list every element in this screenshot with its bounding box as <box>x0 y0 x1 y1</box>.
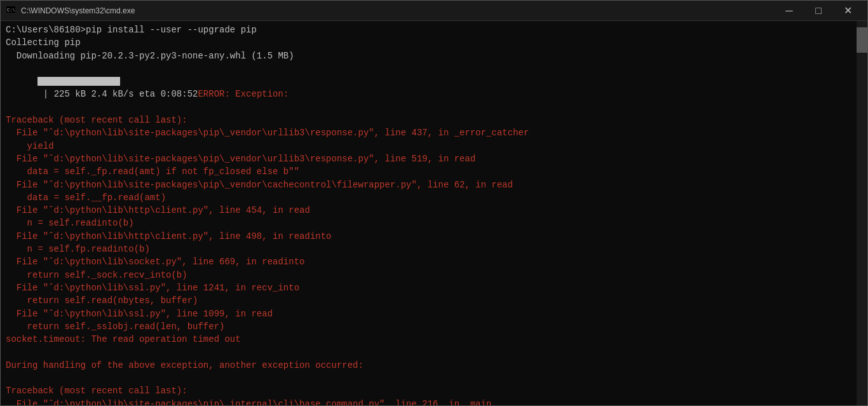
scrollbar[interactable] <box>857 21 867 405</box>
terminal-line-27: File "ˆd:\python\lib\site-packages\pip\_… <box>6 398 862 405</box>
scrollbar-thumb[interactable] <box>857 27 867 53</box>
titlebar: C:\ C:\WINDOWS\system32\cmd.exe ─ □ ✕ <box>1 1 867 21</box>
terminal-line-25 <box>6 372 862 384</box>
progress-bar <box>37 77 120 86</box>
terminal-line-19: return self.read(nbytes, buffer) <box>6 294 862 307</box>
terminal-line-2: Collecting pip <box>6 36 862 49</box>
terminal-line-7: yield <box>6 140 862 152</box>
minimize-button[interactable]: ─ <box>775 1 804 21</box>
terminal-line-5: Traceback (most recent call last): <box>6 114 862 126</box>
titlebar-controls: ─ □ ✕ <box>775 1 862 21</box>
terminal-line-22: socket.timeout: The read operation timed… <box>6 333 862 346</box>
terminal-line-21: return self._sslobj.read(len, buffer) <box>6 320 862 333</box>
terminal-line-4: | 225 kB 2.4 kB/s eta 0:08:52ERROR: Exce… <box>6 62 862 114</box>
terminal-line-23 <box>6 346 862 358</box>
terminal-line-16: File "ˆd:\python\lib\socket.py", line 66… <box>6 255 862 268</box>
close-button[interactable]: ✕ <box>833 1 862 21</box>
terminal-body: C:\Users\86180>pip install --user --upgr… <box>1 21 867 405</box>
svg-text:C:\: C:\ <box>7 8 15 13</box>
terminal-line-20: File "ˆd:\python\lib\ssl.py", line 1099,… <box>6 308 862 320</box>
terminal-line-13: n = self.readinto(b) <box>6 217 862 229</box>
terminal-line-24: During handling of the above exception, … <box>6 359 862 372</box>
maximize-button[interactable]: □ <box>804 1 833 21</box>
terminal-line-11: data = self.__fp.read(amt) <box>6 191 862 204</box>
titlebar-title: C:\WINDOWS\system32\cmd.exe <box>21 6 775 15</box>
cmd-window: C:\ C:\WINDOWS\system32\cmd.exe ─ □ ✕ C:… <box>0 0 868 406</box>
terminal-line-17: return self._sock.recv_into(b) <box>6 269 862 281</box>
terminal-line-6: File "ˆd:\python\lib\site-packages\pip\_… <box>6 126 862 139</box>
terminal-line-10: File "ˆd:\python\lib\site-packages\pip\_… <box>6 179 862 191</box>
terminal-line-14: File "ˆd:\python\lib\http\client.py", li… <box>6 230 862 243</box>
terminal-line-26: Traceback (most recent call last): <box>6 384 862 397</box>
terminal-line-3: Downloading pip-20.2.3-py2.py3-none-any.… <box>6 50 862 62</box>
terminal-line-9: data = self._fp.read(amt) if not fp_clos… <box>6 165 862 178</box>
terminal-line-18: File "ˆd:\python\lib\ssl.py", line 1241,… <box>6 281 862 294</box>
terminal-line-8: File "ˆd:\python\lib\site-packages\pip\_… <box>6 152 862 165</box>
terminal-line-15: n = self.fp.readinto(b) <box>6 243 862 255</box>
terminal-line-12: File "ˆd:\python\lib\http\client.py", li… <box>6 204 862 217</box>
terminal-line-1: C:\Users\86180>pip install --user --upgr… <box>6 24 862 36</box>
cmd-icon: C:\ <box>6 6 16 16</box>
